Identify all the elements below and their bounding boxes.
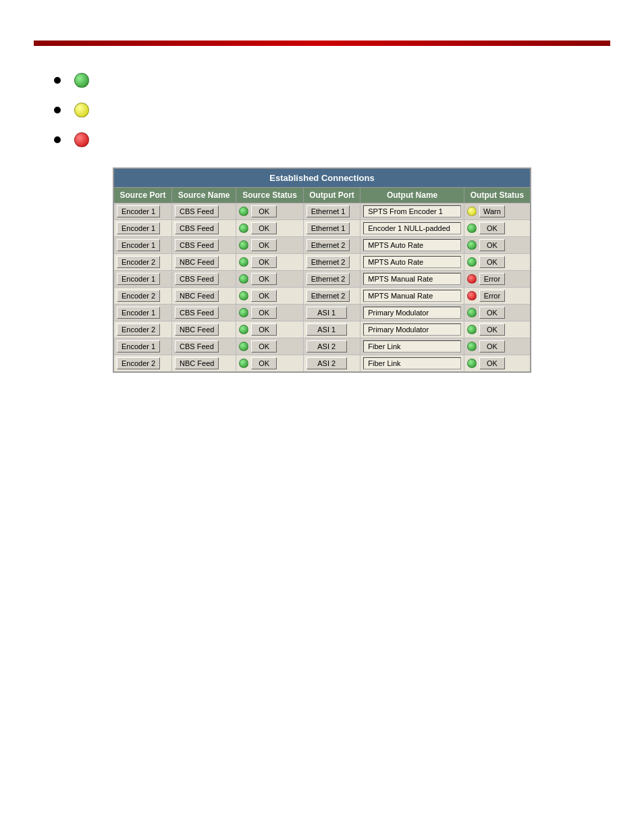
source-status-dot — [239, 240, 248, 250]
output-status-button[interactable]: OK — [479, 239, 505, 251]
output-port-button[interactable]: ASI 1 — [306, 323, 347, 336]
source-status-cell: OK — [236, 271, 303, 288]
source-port-cell: Encoder 2 — [113, 254, 172, 271]
output-status-cell: OK — [464, 355, 531, 373]
table-row: Encoder 1CBS FeedOKEthernet 2MPTS Auto R… — [113, 237, 531, 254]
source-port-button[interactable]: Encoder 1 — [117, 222, 160, 234]
source-status-dot — [239, 291, 248, 301]
output-port-cell: ASI 2 — [303, 338, 360, 355]
source-name-button[interactable]: CBS Feed — [175, 205, 219, 217]
top-bar — [34, 41, 610, 46]
output-port-cell: Ethernet 2 — [303, 254, 360, 271]
table-row: Encoder 2NBC FeedOKASI 2Fiber LinkOK — [113, 355, 531, 373]
legend-item-red — [54, 132, 590, 147]
source-port-button[interactable]: Encoder 1 — [117, 273, 160, 285]
source-port-button[interactable]: Encoder 1 — [117, 239, 160, 251]
table-row: Encoder 1CBS FeedOKASI 2Fiber LinkOK — [113, 338, 531, 355]
output-name-label: MPTS Auto Rate — [363, 239, 461, 251]
output-status-button[interactable]: OK — [479, 357, 505, 369]
output-port-cell: Ethernet 2 — [303, 288, 360, 305]
output-name-cell: MPTS Manual Rate — [360, 288, 464, 305]
output-port-button[interactable]: ASI 1 — [306, 307, 347, 319]
output-name-cell: MPTS Auto Rate — [360, 254, 464, 271]
source-port-button[interactable]: Encoder 2 — [117, 256, 160, 268]
output-name-cell: Fiber Link — [360, 355, 464, 373]
source-status-button[interactable]: OK — [251, 256, 277, 268]
output-port-button[interactable]: ASI 2 — [306, 357, 347, 369]
source-status-button[interactable]: OK — [251, 222, 277, 234]
output-port-button[interactable]: Ethernet 2 — [306, 256, 350, 268]
source-name-button[interactable]: CBS Feed — [175, 222, 219, 234]
output-status-dot — [467, 240, 477, 250]
source-name-cell: NBC Feed — [172, 288, 236, 305]
output-port-cell: ASI 2 — [303, 355, 360, 373]
output-port-button[interactable]: Ethernet 1 — [306, 205, 350, 217]
output-port-button[interactable]: Ethernet 2 — [306, 290, 350, 302]
source-status-button[interactable]: OK — [251, 340, 277, 353]
source-name-button[interactable]: NBC Feed — [175, 256, 219, 268]
source-port-cell: Encoder 1 — [113, 203, 172, 220]
table-row: Encoder 1CBS FeedOKEthernet 1SPTS From E… — [113, 203, 531, 220]
source-status-dot — [239, 207, 248, 216]
source-status-button[interactable]: OK — [251, 205, 277, 217]
source-status-button[interactable]: OK — [251, 323, 277, 336]
source-name-button[interactable]: NBC Feed — [175, 357, 219, 369]
output-status-button[interactable]: OK — [479, 307, 505, 319]
source-name-button[interactable]: CBS Feed — [175, 273, 219, 285]
output-port-button[interactable]: ASI 2 — [306, 340, 347, 353]
source-port-cell: Encoder 1 — [113, 338, 172, 355]
source-port-cell: Encoder 1 — [113, 220, 172, 237]
source-name-button[interactable]: CBS Feed — [175, 307, 219, 319]
source-port-button[interactable]: Encoder 1 — [117, 205, 160, 217]
connections-table: Established Connections Source Port Sour… — [113, 167, 531, 373]
output-status-button[interactable]: Warn — [479, 205, 505, 217]
output-port-button[interactable]: Ethernet 2 — [306, 273, 350, 285]
source-port-button[interactable]: Encoder 1 — [117, 307, 160, 319]
output-status-button[interactable]: Error — [479, 290, 505, 302]
output-status-cell: Error — [464, 288, 531, 305]
output-name-cell: Fiber Link — [360, 338, 464, 355]
source-status-button[interactable]: OK — [251, 307, 277, 319]
source-status-button[interactable]: OK — [251, 239, 277, 251]
source-status-button[interactable]: OK — [251, 273, 277, 285]
source-port-button[interactable]: Encoder 2 — [117, 357, 160, 369]
output-status-button[interactable]: Error — [479, 273, 505, 285]
source-status-cell: OK — [236, 288, 303, 305]
source-name-cell: CBS Feed — [172, 203, 236, 220]
source-port-button[interactable]: Encoder 2 — [117, 290, 160, 302]
source-name-button[interactable]: NBC Feed — [175, 323, 219, 336]
output-status-cell: OK — [464, 305, 531, 321]
source-name-button[interactable]: NBC Feed — [175, 290, 219, 302]
col-header-output-name: Output Name — [360, 188, 464, 203]
table-row: Encoder 2NBC FeedOKEthernet 2MPTS Manual… — [113, 288, 531, 305]
output-name-label: Fiber Link — [363, 357, 461, 369]
source-name-button[interactable]: CBS Feed — [175, 340, 219, 353]
output-status-dot — [467, 224, 477, 233]
source-status-button[interactable]: OK — [251, 290, 277, 302]
output-status-cell: OK — [464, 220, 531, 237]
output-port-cell: Ethernet 1 — [303, 203, 360, 220]
output-status-button[interactable]: OK — [479, 323, 505, 336]
col-header-output-port: Output Port — [303, 188, 360, 203]
output-name-cell: Primary Modulator — [360, 305, 464, 321]
output-status-button[interactable]: OK — [479, 256, 505, 268]
source-name-button[interactable]: CBS Feed — [175, 239, 219, 251]
output-port-cell: ASI 1 — [303, 321, 360, 338]
legend-item-green — [54, 73, 590, 88]
output-port-cell: Ethernet 1 — [303, 220, 360, 237]
table-row: Encoder 2NBC FeedOKASI 1Primary Modulato… — [113, 321, 531, 338]
source-port-button[interactable]: Encoder 2 — [117, 323, 160, 336]
output-status-button[interactable]: OK — [479, 222, 505, 234]
output-status-button[interactable]: OK — [479, 340, 505, 353]
source-status-cell: OK — [236, 220, 303, 237]
output-port-button[interactable]: Ethernet 2 — [306, 239, 350, 251]
source-status-button[interactable]: OK — [251, 357, 277, 369]
dot-green-icon — [74, 73, 89, 88]
source-status-dot — [239, 224, 248, 233]
output-port-button[interactable]: Ethernet 1 — [306, 222, 350, 234]
source-port-cell: Encoder 2 — [113, 355, 172, 373]
source-name-cell: NBC Feed — [172, 355, 236, 373]
source-port-cell: Encoder 1 — [113, 305, 172, 321]
output-status-cell: OK — [464, 321, 531, 338]
source-port-button[interactable]: Encoder 1 — [117, 340, 160, 353]
